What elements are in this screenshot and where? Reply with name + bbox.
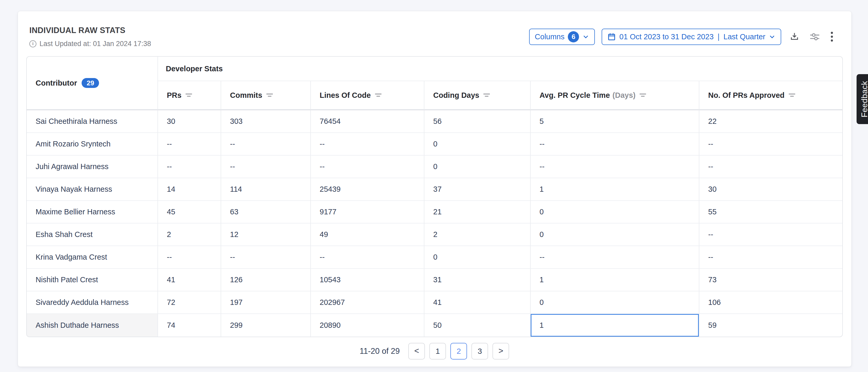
table-cell[interactable]: 73 <box>699 269 843 291</box>
more-options-button[interactable] <box>829 30 835 44</box>
table-cell[interactable]: 0 <box>531 201 699 224</box>
contributor-name-cell[interactable]: Maxime Bellier Harness <box>27 201 158 224</box>
filter-settings-button[interactable] <box>808 30 822 43</box>
table-cell[interactable]: 0 <box>424 246 531 269</box>
table-cell[interactable]: 74 <box>158 314 221 337</box>
table-cell[interactable]: -- <box>699 246 843 269</box>
table-cell[interactable]: 30 <box>158 110 221 133</box>
download-button[interactable] <box>788 30 801 43</box>
individual-raw-stats-panel: INDIVIDUAL RAW STATS i Last Updated at: … <box>18 11 851 367</box>
table-cell[interactable]: 5 <box>531 110 699 133</box>
table-cell[interactable]: -- <box>311 155 424 178</box>
next-page-button[interactable]: > <box>493 343 509 360</box>
page-button-1[interactable]: 1 <box>429 343 446 360</box>
table-cell[interactable]: 37 <box>424 178 531 201</box>
table-cell[interactable]: 0 <box>531 291 699 314</box>
table-cell[interactable]: -- <box>221 155 311 178</box>
contributor-name-cell[interactable]: Vinaya Nayak Harness <box>27 178 158 201</box>
table-cell[interactable]: 0 <box>424 155 531 178</box>
table-cell[interactable]: -- <box>531 133 699 155</box>
table-cell[interactable]: 63 <box>221 201 311 224</box>
contributor-name-cell[interactable]: Krina Vadgama Crest <box>27 246 158 269</box>
table-cell[interactable]: -- <box>158 133 221 155</box>
table-cell[interactable]: 197 <box>221 291 311 314</box>
table-cell[interactable]: 1 <box>531 314 699 337</box>
filter-icon[interactable] <box>375 93 381 97</box>
contributor-name-cell[interactable]: Sivareddy Aeddula Harness <box>27 291 158 314</box>
table-cell[interactable]: 14 <box>158 178 221 201</box>
table-cell[interactable]: 299 <box>221 314 311 337</box>
table-cell[interactable]: -- <box>158 246 221 269</box>
filter-icon[interactable] <box>640 93 646 97</box>
filter-icon[interactable] <box>267 93 273 97</box>
table-cell[interactable]: 25439 <box>311 178 424 201</box>
table-cell[interactable]: -- <box>699 133 843 155</box>
column-header-prs[interactable]: PRs <box>158 81 221 110</box>
contributor-name-cell[interactable]: Nishith Patel Crest <box>27 269 158 291</box>
table-cell[interactable]: 49 <box>311 224 424 246</box>
table-cell[interactable]: 72 <box>158 291 221 314</box>
table-cell[interactable]: -- <box>311 133 424 155</box>
table-cell[interactable]: -- <box>311 246 424 269</box>
table-cell[interactable]: 50 <box>424 314 531 337</box>
contributor-name-cell[interactable]: Juhi Agrawal Harness <box>27 155 158 178</box>
date-range-text: 01 Oct 2023 to 31 Dec 2023 <box>619 32 714 41</box>
table-cell[interactable]: 45 <box>158 201 221 224</box>
table-cell[interactable]: 106 <box>699 291 843 314</box>
table-cell[interactable]: -- <box>158 155 221 178</box>
column-header-avg-pr-cycle-time[interactable]: Avg. PR Cycle Time(Days) <box>531 81 699 110</box>
table-cell[interactable]: 55 <box>699 201 843 224</box>
table-cell[interactable]: 31 <box>424 269 531 291</box>
table-cell[interactable]: 0 <box>424 133 531 155</box>
table-cell[interactable]: -- <box>221 133 311 155</box>
table-cell[interactable]: 10543 <box>311 269 424 291</box>
table-cell[interactable]: 2 <box>158 224 221 246</box>
table-cell[interactable]: 1 <box>531 178 699 201</box>
contributor-name-cell[interactable]: Amit Rozario Sryntech <box>27 133 158 155</box>
table-cell[interactable]: 76454 <box>311 110 424 133</box>
table-cell[interactable]: -- <box>221 246 311 269</box>
table-cell[interactable]: 1 <box>531 269 699 291</box>
columns-button[interactable]: Columns 6 <box>529 29 595 45</box>
table-cell[interactable]: 59 <box>699 314 843 337</box>
table-cell[interactable]: 41 <box>424 291 531 314</box>
filter-icon[interactable] <box>186 93 192 97</box>
table-cell[interactable]: -- <box>699 224 843 246</box>
page-button-2[interactable]: 2 <box>451 343 467 360</box>
table-cell[interactable]: -- <box>531 155 699 178</box>
table-cell[interactable]: 303 <box>221 110 311 133</box>
table-cell[interactable]: 114 <box>221 178 311 201</box>
column-header-label: Avg. PR Cycle Time <box>539 91 610 99</box>
table-cell[interactable]: 20890 <box>311 314 424 337</box>
column-header-lines-of-code[interactable]: Lines Of Code <box>311 81 424 110</box>
table-cell[interactable]: 9177 <box>311 201 424 224</box>
page-button-3[interactable]: 3 <box>471 343 488 360</box>
table-cell[interactable]: 30 <box>699 178 843 201</box>
column-header-suffix: (Days) <box>613 91 636 99</box>
contributor-name-cell[interactable]: Ashish Duthade Harness <box>27 314 158 337</box>
filter-icon[interactable] <box>789 93 795 97</box>
table-cell[interactable]: 126 <box>221 269 311 291</box>
table-cell[interactable]: -- <box>699 155 843 178</box>
table-cell[interactable]: 41 <box>158 269 221 291</box>
column-header-contributor[interactable]: Contributor 29 <box>27 57 158 110</box>
date-range-button[interactable]: 01 Oct 2023 to 31 Dec 2023 | Last Quarte… <box>601 29 781 45</box>
table-cell[interactable]: 56 <box>424 110 531 133</box>
table-cell[interactable]: 12 <box>221 224 311 246</box>
column-header-commits[interactable]: Commits <box>221 81 311 110</box>
contributor-name-cell[interactable]: Sai Cheethirala Harness <box>27 110 158 133</box>
table-cell[interactable]: 21 <box>424 201 531 224</box>
column-header-no-of-prs-approved[interactable]: No. Of PRs Approved <box>699 81 843 110</box>
filter-icon[interactable] <box>484 93 490 97</box>
column-header-coding-days[interactable]: Coding Days <box>424 81 531 110</box>
table-cell[interactable]: 202967 <box>311 291 424 314</box>
previous-page-button[interactable]: < <box>408 343 425 360</box>
feedback-tab[interactable]: Feedback <box>857 74 868 124</box>
table-cell[interactable]: 0 <box>531 224 699 246</box>
table-cell[interactable]: -- <box>531 246 699 269</box>
developer-stats-group-header: Developer Stats <box>158 57 843 81</box>
individual-raw-stats-table: Contributor 29 Developer Stats PRsCommit… <box>26 56 843 337</box>
contributor-name-cell[interactable]: Esha Shah Crest <box>27 224 158 246</box>
table-cell[interactable]: 2 <box>424 224 531 246</box>
table-cell[interactable]: 22 <box>699 110 843 133</box>
